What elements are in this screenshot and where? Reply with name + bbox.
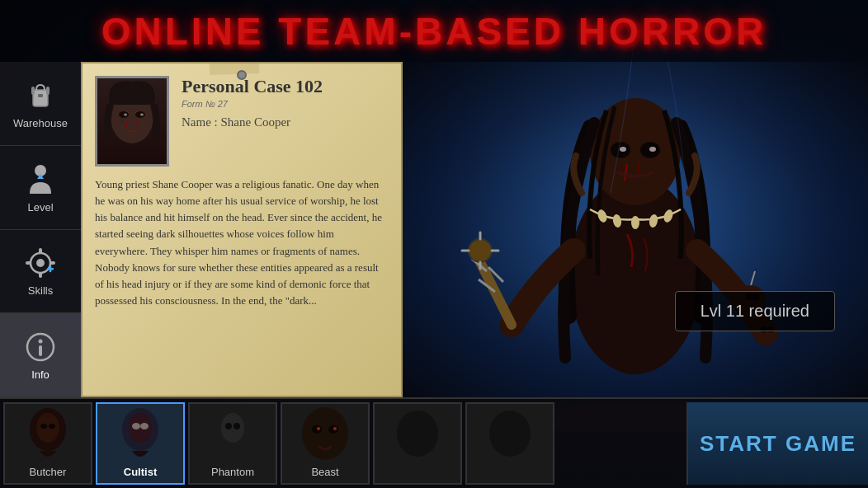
sidebar-label-info: Info <box>31 368 50 381</box>
svg-point-40 <box>469 239 492 262</box>
svg-point-21 <box>140 114 144 116</box>
svg-rect-2 <box>31 87 35 95</box>
svg-point-15 <box>39 340 43 344</box>
svg-rect-8 <box>39 248 42 254</box>
svg-point-71 <box>397 411 438 457</box>
svg-point-60 <box>132 423 140 429</box>
sidebar-item-skills[interactable]: Skills <box>0 230 81 314</box>
level-required-badge: Lvl 11 required <box>675 291 835 331</box>
char-thumb-butcher <box>5 404 91 467</box>
sidebar-item-warehouse[interactable]: Warehouse <box>0 62 81 146</box>
char-slot-cultist[interactable]: Cultist <box>96 402 185 485</box>
svg-point-57 <box>49 424 55 429</box>
svg-point-7 <box>36 259 45 267</box>
sidebar-item-level[interactable]: Level <box>0 146 81 230</box>
svg-rect-10 <box>26 261 31 265</box>
case-body: Young priest Shane Cooper was a religiou… <box>95 176 389 309</box>
sidebar-item-info[interactable]: Info <box>0 313 81 397</box>
monster-panel: Lvl 11 required <box>403 62 868 397</box>
svg-rect-11 <box>50 261 55 265</box>
case-header: Personal Case 102 Form № 27 Name : Shane… <box>95 76 389 167</box>
char-label-phantom: Phantom <box>211 466 254 478</box>
char-thumb-5 <box>375 404 460 467</box>
sidebar-label-warehouse: Warehouse <box>13 117 68 129</box>
backpack-icon <box>22 77 59 114</box>
char-slot-phantom[interactable]: Phantom <box>188 402 277 485</box>
sidebar: Warehouse Level <box>0 62 81 397</box>
svg-point-29 <box>620 147 626 152</box>
svg-point-68 <box>328 425 338 434</box>
case-title-block: Personal Case 102 Form № 27 Name : Shane… <box>182 76 389 129</box>
svg-point-56 <box>40 424 47 429</box>
char-thumb-cultist <box>97 404 183 467</box>
svg-rect-3 <box>46 87 50 95</box>
person-icon <box>22 162 59 198</box>
char-label-cultist: Cultist <box>124 466 157 478</box>
case-card: Personal Case 102 Form № 27 Name : Shane… <box>81 62 403 397</box>
char-slot-butcher[interactable]: Butcher <box>3 402 92 485</box>
case-form-label: Form № 27 <box>182 99 389 109</box>
svg-point-55 <box>36 413 59 443</box>
start-game-button[interactable]: START GAME <box>686 402 868 485</box>
char-slot-6[interactable] <box>465 402 554 485</box>
character-slots: Butcher Cultist <box>0 402 686 485</box>
svg-point-69 <box>317 427 320 430</box>
char-slot-5[interactable] <box>373 402 462 485</box>
case-name-label: Name : <box>182 115 218 129</box>
case-name: Name : Shane Cooper <box>182 115 389 129</box>
svg-point-72 <box>489 411 531 457</box>
char-label-beast: Beast <box>311 466 338 478</box>
case-name-value: Shane Cooper <box>220 115 290 129</box>
portrait-inner <box>97 78 167 164</box>
title-bar: ONLINE TEAM-BASED HORROR <box>0 0 868 62</box>
main-content: Personal Case 102 Form № 27 Name : Shane… <box>81 62 868 397</box>
case-title: Personal Case 102 <box>182 76 389 97</box>
gear-plus-icon <box>22 245 59 281</box>
char-slot-beast[interactable]: Beast <box>281 402 370 485</box>
monster-figure <box>403 62 868 397</box>
char-thumb-beast <box>282 404 368 467</box>
case-portrait <box>95 76 169 167</box>
svg-rect-1 <box>38 94 43 97</box>
sidebar-label-level: Level <box>27 201 53 214</box>
char-thumb-phantom <box>190 404 276 467</box>
pin-decoration <box>237 70 247 80</box>
svg-rect-0 <box>33 90 48 106</box>
char-label-butcher: Butcher <box>30 466 67 478</box>
svg-point-33 <box>631 216 639 229</box>
main-title: ONLINE TEAM-BASED HORROR <box>101 9 767 54</box>
svg-rect-13 <box>50 266 52 273</box>
svg-point-20 <box>124 114 127 116</box>
svg-point-63 <box>221 413 244 443</box>
svg-point-70 <box>333 427 337 430</box>
svg-rect-16 <box>39 345 42 356</box>
svg-point-61 <box>140 423 149 429</box>
svg-rect-9 <box>39 272 42 278</box>
svg-point-59 <box>129 413 152 443</box>
svg-point-64 <box>225 423 232 429</box>
info-icon <box>22 329 59 365</box>
tape-decoration <box>210 62 260 75</box>
svg-point-65 <box>234 423 240 429</box>
svg-point-30 <box>649 147 656 152</box>
sidebar-label-skills: Skills <box>28 284 53 297</box>
bottom-bar: Butcher Cultist <box>0 397 868 488</box>
svg-point-67 <box>312 425 322 434</box>
char-thumb-6 <box>467 404 553 467</box>
